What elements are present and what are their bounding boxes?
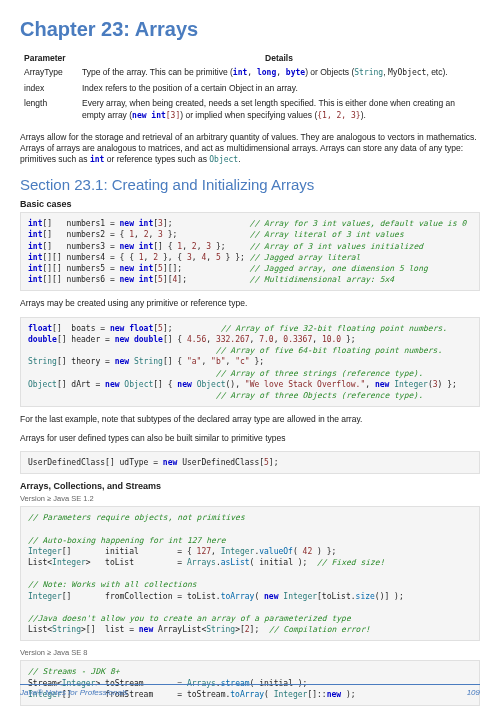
code-block-2: float[] boats = new float[5]; // Array o… xyxy=(20,317,480,407)
footer-title: Java® Notes for Professionals xyxy=(20,688,128,697)
cell: length xyxy=(20,96,78,123)
page-number: 109 xyxy=(467,688,480,697)
cell: index xyxy=(20,81,78,96)
section-title: Section 23.1: Creating and Initializing … xyxy=(20,176,480,193)
version-note: Version ≥ Java SE 8 xyxy=(20,648,480,657)
th-param: Parameter xyxy=(20,51,78,65)
cell: Every array, when being created, needs a… xyxy=(78,96,480,123)
code-block-4: // Parameters require objects, not primi… xyxy=(20,506,480,641)
para: Arrays for user defined types can also b… xyxy=(20,433,480,444)
cell: Index refers to the position of a certai… xyxy=(78,81,480,96)
version-note: Version ≥ Java SE 1.2 xyxy=(20,494,480,503)
th-details: Details xyxy=(78,51,480,65)
cell: Type of the array. This can be primitive… xyxy=(78,65,480,81)
chapter-title: Chapter 23: Arrays xyxy=(20,18,480,41)
footer: Java® Notes for Professionals 109 xyxy=(20,684,480,697)
code-block-3: UserDefinedClass[] udType = new UserDefi… xyxy=(20,451,480,474)
intro-para: Arrays allow for the storage and retriev… xyxy=(20,132,480,167)
cell: ArrayType xyxy=(20,65,78,81)
acs-heading: Arrays, Collections, and Streams xyxy=(20,481,480,491)
para: For the last example, note that subtypes… xyxy=(20,414,480,425)
param-table: ParameterDetails ArrayTypeType of the ar… xyxy=(20,51,480,124)
basic-cases-heading: Basic cases xyxy=(20,199,480,209)
code-block-1: int[] numbers1 = new int[3]; // Array fo… xyxy=(20,212,480,291)
para: Arrays may be created using any primitiv… xyxy=(20,298,480,309)
